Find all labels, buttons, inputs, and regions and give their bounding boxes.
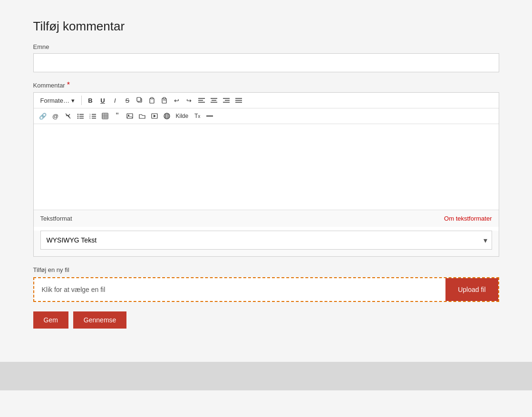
redo-btn[interactable]: ↪ bbox=[184, 95, 195, 106]
blockquote-btn[interactable]: " bbox=[112, 110, 123, 122]
underline-btn[interactable]: U bbox=[97, 95, 108, 106]
file-upload-row: Klik for at vælge en fil Upload fil bbox=[33, 277, 499, 302]
toolbar-row-2: 🔗 @ 1.2.3. " bbox=[34, 108, 499, 124]
hr-btn[interactable] bbox=[204, 110, 215, 122]
content-area: Tilføj kommentar Emne Kommentar * Format… bbox=[14, 10, 518, 348]
align-left-btn[interactable] bbox=[196, 95, 207, 106]
kommentar-label: Kommentar bbox=[33, 82, 65, 89]
svg-marker-40 bbox=[154, 115, 156, 117]
format-select-wrapper: WYSIWYG Tekst Basic HTML Plain text ▾ bbox=[40, 231, 492, 250]
gem-button[interactable]: Gem bbox=[33, 311, 68, 329]
svg-text:3.: 3. bbox=[89, 117, 91, 119]
file-section: Tilføj en ny fil Klik for at vælge en fi… bbox=[33, 266, 499, 302]
svg-rect-1 bbox=[137, 97, 141, 101]
required-indicator: * bbox=[67, 81, 70, 89]
svg-rect-32 bbox=[102, 113, 108, 119]
paste-btn[interactable] bbox=[146, 95, 158, 106]
page-title: Tilføj kommentar bbox=[33, 19, 499, 34]
gennemse-button[interactable]: Gennemse bbox=[73, 311, 126, 329]
format-clear-btn[interactable]: Tx bbox=[192, 110, 203, 122]
format-select-label: Formate… bbox=[40, 97, 69, 104]
file-click-area[interactable]: Klik for at vælge en fil bbox=[34, 278, 446, 301]
editor-body[interactable] bbox=[34, 124, 499, 210]
undo-btn[interactable]: ↩ bbox=[171, 95, 183, 106]
format-select-btn[interactable]: Formate… ▾ bbox=[37, 96, 78, 106]
svg-rect-37 bbox=[127, 114, 133, 118]
bullet-list-btn[interactable] bbox=[75, 110, 86, 122]
paste-plain-btn[interactable] bbox=[159, 95, 170, 106]
globe-btn[interactable] bbox=[161, 110, 173, 122]
bottom-gray-bar bbox=[0, 362, 532, 390]
emne-input[interactable] bbox=[33, 53, 499, 72]
svg-rect-5 bbox=[163, 97, 165, 99]
numbered-list-btn[interactable]: 1.2.3. bbox=[87, 110, 98, 122]
editor-container: Formate… ▾ B U I S ↩ ↪ bbox=[33, 92, 499, 257]
table-btn[interactable] bbox=[99, 110, 111, 122]
justify-btn[interactable] bbox=[233, 95, 244, 106]
upload-btn[interactable]: Upload fil bbox=[445, 278, 498, 301]
textformat-link[interactable]: Om tekstformater bbox=[444, 215, 492, 222]
format-select[interactable]: WYSIWYG Tekst Basic HTML Plain text bbox=[40, 231, 492, 250]
email-btn[interactable]: @ bbox=[50, 110, 61, 122]
format-chevron-icon: ▾ bbox=[71, 97, 75, 104]
emne-label: Emne bbox=[33, 43, 499, 50]
source-btn[interactable]: Kilde bbox=[174, 110, 191, 122]
svg-point-22 bbox=[77, 116, 78, 116]
bold-btn[interactable]: B bbox=[85, 95, 96, 106]
svg-point-38 bbox=[128, 115, 129, 116]
link-btn[interactable]: 🔗 bbox=[37, 110, 49, 122]
toolbar-row-1: Formate… ▾ B U I S ↩ ↪ bbox=[34, 93, 499, 108]
unlink-btn[interactable] bbox=[62, 110, 74, 122]
align-center-btn[interactable] bbox=[208, 95, 220, 106]
svg-rect-3 bbox=[151, 97, 153, 99]
svg-point-20 bbox=[77, 114, 78, 115]
file-click-text: Klik for at vælge en fil bbox=[42, 286, 106, 293]
format-bar: Tekstformat Om tekstformater bbox=[34, 210, 499, 227]
toolbar-separator-1 bbox=[81, 96, 82, 105]
strikethrough-btn[interactable]: S bbox=[122, 95, 133, 106]
textformat-label: Tekstformat bbox=[40, 215, 72, 222]
file-label: Tilføj en ny fil bbox=[33, 266, 499, 273]
italic-btn[interactable]: I bbox=[109, 95, 121, 106]
page-wrapper: Tilføj kommentar Emne Kommentar * Format… bbox=[0, 0, 532, 417]
align-right-btn[interactable] bbox=[221, 95, 232, 106]
svg-point-24 bbox=[77, 117, 78, 118]
copy-btn[interactable] bbox=[134, 95, 145, 106]
media-btn[interactable] bbox=[149, 110, 160, 122]
image-btn[interactable] bbox=[124, 110, 135, 122]
folder-btn[interactable] bbox=[136, 110, 148, 122]
action-buttons: Gem Gennemse bbox=[33, 311, 499, 329]
